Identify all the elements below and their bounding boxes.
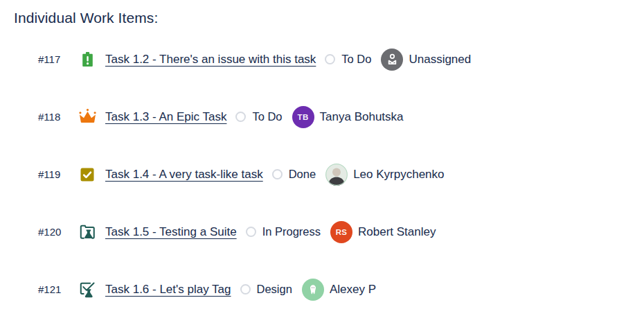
assignee[interactable]: RS Robert Stanley	[330, 221, 436, 243]
status-circle-icon	[240, 284, 251, 295]
assignee[interactable]: Leo Kyrpychenko	[325, 164, 444, 186]
work-item-id: #120	[38, 226, 78, 238]
work-item-row: #118 Task 1.3 - An Epic Task To Do TB Ta…	[14, 88, 644, 146]
assignee[interactable]: Unassigned	[381, 49, 471, 71]
page: Individual Work Items: #117 Task 1.2 - T…	[0, 0, 644, 318]
status-badge: Design	[240, 283, 292, 296]
avatar-initials: TB	[298, 113, 309, 121]
tooth-icon	[306, 283, 320, 297]
status-circle-icon	[246, 227, 256, 237]
task-icon	[78, 165, 97, 184]
status-label: To Do	[252, 110, 282, 123]
work-item-row: #121 Task 1.6 - Let's play Tag Design Al…	[14, 261, 644, 318]
work-item-id: #118	[38, 111, 78, 123]
assignee-name: Alexey P	[330, 283, 376, 297]
status-badge: To Do	[235, 110, 282, 123]
avatar	[381, 49, 403, 71]
avatar: RS	[330, 221, 352, 243]
avatar-initials: RS	[336, 228, 348, 236]
issue-icon	[78, 50, 97, 69]
page-title: Individual Work Items:	[14, 10, 644, 26]
test-case-icon	[78, 280, 97, 299]
work-item-row: #120 Task 1.5 - Testing a Suite In Progr…	[14, 203, 644, 261]
assignee[interactable]: TB Tanya Bohutska	[292, 106, 404, 128]
test-suite-icon	[78, 222, 97, 242]
status-badge: Done	[272, 168, 316, 181]
profile-photo	[325, 164, 348, 186]
status-circle-icon	[272, 169, 283, 179]
avatar: TB	[292, 106, 314, 128]
assignee-name: Robert Stanley	[358, 225, 436, 239]
work-item-link[interactable]: Task 1.6 - Let's play Tag	[105, 283, 231, 297]
status-label: Done	[289, 168, 316, 181]
status-circle-icon	[235, 112, 246, 122]
work-item-id: #117	[38, 53, 78, 65]
assignee[interactable]: Alexey P	[302, 279, 376, 301]
work-item-link[interactable]: Task 1.4 - A very task-like task	[105, 168, 263, 182]
work-item-row: #117 Task 1.2 - There's an issue with th…	[14, 30, 644, 88]
epic-icon	[78, 107, 97, 127]
work-item-link[interactable]: Task 1.2 - There's an issue with this ta…	[105, 53, 316, 67]
work-item-id: #121	[38, 283, 78, 295]
status-label: Design	[257, 283, 292, 296]
status-badge: In Progress	[246, 225, 321, 238]
avatar	[325, 164, 348, 186]
person-icon	[385, 52, 400, 67]
work-item-row: #119 Task 1.4 - A very task-like task Do…	[14, 146, 644, 203]
status-circle-icon	[325, 54, 335, 64]
assignee-name: Tanya Bohutska	[320, 110, 404, 124]
work-item-link[interactable]: Task 1.3 - An Epic Task	[105, 110, 226, 124]
avatar	[302, 279, 324, 301]
assignee-name: Unassigned	[409, 53, 471, 67]
assignee-name: Leo Kyrpychenko	[353, 168, 444, 182]
work-item-list: #117 Task 1.2 - There's an issue with th…	[14, 30, 644, 318]
status-badge: To Do	[325, 53, 371, 66]
work-item-link[interactable]: Task 1.5 - Testing a Suite	[105, 225, 237, 239]
work-item-id: #119	[38, 168, 78, 180]
status-label: In Progress	[262, 225, 321, 238]
status-label: To Do	[341, 53, 371, 66]
